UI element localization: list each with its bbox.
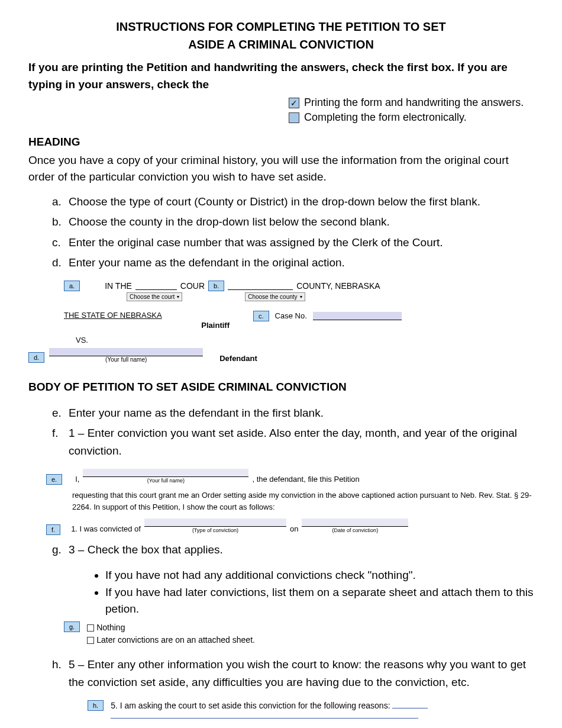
body-title: BODY OF PETITION TO SET ASIDE CRIMINAL C… [28, 381, 534, 394]
page-title: INSTRUCTIONS FOR COMPLETING THE PETITION… [28, 18, 534, 53]
tag-b: b. [208, 281, 224, 291]
heading-paragraph: Once you have a copy of your criminal hi… [28, 152, 534, 185]
dropdown-court[interactable]: Choose the court [127, 292, 182, 301]
ex-your-name-label: (Your full name) [105, 356, 147, 363]
g-bullet-1: If you have not had any additional convi… [105, 567, 534, 584]
ex-vs: VS. [76, 336, 431, 344]
title-line-1: INSTRUCTIONS FOR COMPLETING THE PETITION… [116, 20, 445, 33]
checkbox-later[interactable] [87, 637, 94, 644]
item-d: Enter your name as the defendant in the … [69, 254, 345, 272]
tag-h: h. [88, 700, 104, 711]
item-h: 5 – Enter any other information you wish… [69, 656, 534, 692]
blank-case-no[interactable] [313, 312, 402, 320]
instruction-list-4: h.5 – Enter any other information you wi… [52, 656, 534, 692]
h-example: h. 5. I am asking the court to set aside… [88, 700, 534, 720]
heading-example: a. IN THE COUR b. COUNTY, NEBRASKA Choos… [64, 281, 431, 363]
tag-c: c. [253, 311, 269, 321]
h-ex-text: 5. I am asking the court to set aside th… [111, 701, 390, 710]
pe-defendant-file: , the defendant, file this Petition [252, 473, 359, 485]
pe-type-label: (Type of conviction) [192, 527, 238, 535]
pe-date-label: (Date of conviction) [332, 527, 379, 535]
tag-f: f. [46, 524, 60, 535]
item-c: Enter the original case number that was … [69, 234, 443, 252]
intro-text: If you are printing the Petition and han… [28, 59, 534, 93]
item-a: Choose the type of court (County or Dist… [69, 193, 480, 211]
instruction-list-1: a.Choose the type of court (County or Di… [52, 193, 534, 272]
pe-i: I, [75, 473, 79, 485]
blank-county[interactable] [228, 282, 293, 290]
ex-case-no: Case No. [275, 311, 307, 320]
tag-d: d. [28, 352, 44, 363]
checkbox-electronic[interactable] [289, 112, 299, 123]
tag-a: a. [64, 281, 80, 291]
instruction-list-2: e.Enter your name as the defendant in th… [52, 404, 534, 460]
pe-convicted-of: 1. I was convicted of [71, 523, 141, 535]
dropdown-county[interactable]: Choose the county [245, 292, 305, 301]
field-name[interactable] [83, 469, 248, 477]
pe-name-label: (Your full name) [147, 477, 185, 485]
ex-defendant: Defendant [219, 354, 257, 363]
field-conviction-date[interactable] [302, 518, 408, 527]
tag-e: e. [46, 474, 62, 485]
opt-print-label: Printing the form and handwriting the an… [304, 96, 524, 109]
tag-g: g. [64, 621, 80, 632]
ex-plaintiff: Plaintiff [64, 321, 230, 330]
field-conviction-type[interactable] [144, 518, 286, 527]
g-opt-later: Later convictions are on an attached she… [96, 635, 255, 645]
check-options-block: Printing the form and handwriting the an… [289, 96, 534, 124]
blank-defendant-name[interactable] [49, 348, 203, 356]
item-b: Choose the county in the drop-down list … [69, 213, 390, 231]
title-line-2: ASIDE A CRIMINAL CONVICTION [188, 38, 374, 51]
reason-line-2[interactable] [111, 710, 418, 719]
heading-label: HEADING [28, 136, 534, 149]
ex-county-ne: COUNTY, NEBRASKA [296, 281, 380, 291]
item-g: 3 – Check the box that applies. [69, 541, 223, 559]
petition-example: e. I, (Your full name) , the defendant, … [46, 469, 534, 535]
item-f: 1 – Enter conviction you want set aside.… [69, 424, 534, 460]
reason-line-1[interactable] [392, 700, 428, 708]
pe-req-line: requesting that this court grant me an O… [72, 489, 534, 513]
g-bullet-2: If you have had later convictions, list … [105, 584, 534, 618]
ex-state: THE STATE OF NEBRASKA [64, 311, 230, 320]
g-example: g. Nothing Later convictions are on an a… [64, 621, 534, 646]
opt-electronic-label: Completing the form electronically. [304, 111, 467, 124]
g-bullets: If you have not had any additional convi… [105, 567, 534, 618]
g-opt-nothing: Nothing [96, 623, 125, 632]
ex-in-the: IN THE [105, 281, 132, 291]
ex-court: COUR [180, 281, 205, 291]
checkbox-print[interactable] [289, 98, 299, 108]
instruction-list-3: g.3 – Check the box that applies. [52, 541, 534, 559]
checkbox-nothing[interactable] [87, 624, 94, 632]
blank-court[interactable] [135, 282, 177, 290]
item-e: Enter your name as the defendant in the … [69, 404, 324, 422]
pe-on: on [290, 523, 298, 535]
